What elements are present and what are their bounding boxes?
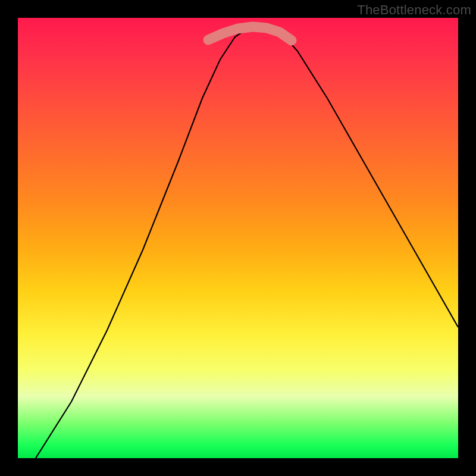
chart-stage: TheBottleneck.com xyxy=(0,0,476,476)
bottleneck-curve xyxy=(36,25,458,458)
curve-overlay xyxy=(18,18,458,458)
flat-highlight-band xyxy=(208,27,292,40)
plot-area xyxy=(18,18,458,458)
watermark-text: TheBottleneck.com xyxy=(357,2,471,18)
